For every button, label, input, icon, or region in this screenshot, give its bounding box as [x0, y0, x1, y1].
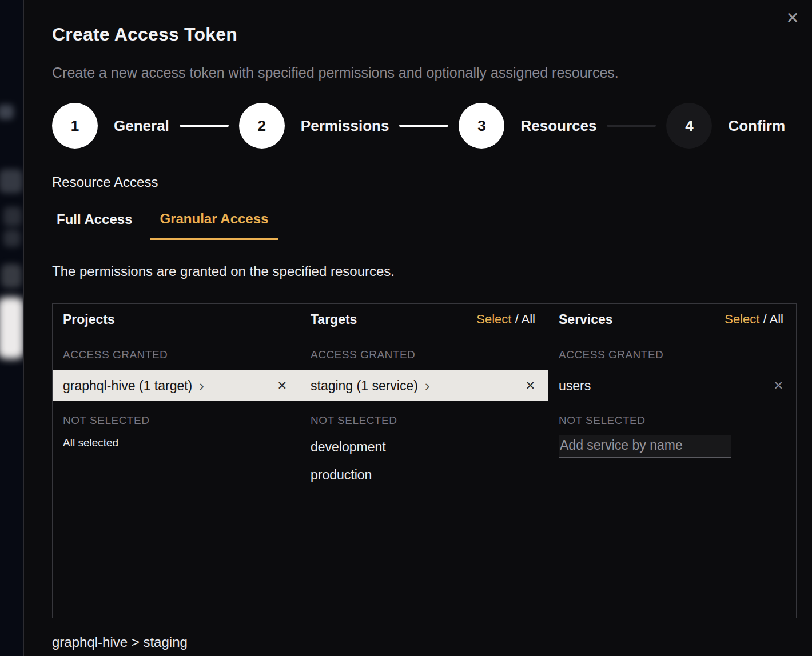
- step-number-badge: 2: [239, 103, 285, 149]
- targets-column-header: Targets Select / All: [300, 304, 548, 335]
- wizard-stepper: 1 General 2 Permissions 3 Resources 4 Co…: [52, 103, 796, 149]
- resource-selection-table: Projects ACCESS GRANTED graphql-hive (1 …: [52, 303, 797, 618]
- step-label: Permissions: [301, 117, 389, 135]
- step-connector: [180, 125, 229, 127]
- not-selected-label: NOT SELECTED: [63, 414, 289, 427]
- granular-access-description: The permissions are granted on the speci…: [52, 263, 796, 279]
- step-number-badge: 4: [666, 103, 712, 149]
- step-label: Resources: [520, 117, 596, 135]
- breadcrumb: graphql-hive > staging: [52, 634, 796, 650]
- select-all-separator: /: [511, 312, 521, 326]
- step-label: General: [114, 117, 169, 135]
- all-selected-note: All selected: [63, 437, 289, 449]
- tab-granular-access[interactable]: Granular Access: [150, 211, 279, 240]
- dialog-title: Create Access Token: [52, 24, 796, 45]
- projects-column-header: Projects: [53, 304, 300, 335]
- granted-target-row[interactable]: staging (1 service) › ✕: [300, 370, 548, 401]
- step-general[interactable]: 1 General: [52, 103, 169, 149]
- step-connector: [399, 125, 448, 127]
- access-granted-label: ACCESS GRANTED: [311, 349, 538, 361]
- chevron-right-icon[interactable]: ›: [425, 380, 430, 391]
- targets-select-all: Select / All: [476, 312, 535, 327]
- dialog-subtitle: Create a new access token with specified…: [52, 65, 796, 81]
- remove-service-icon[interactable]: ✕: [773, 379, 783, 393]
- targets-column: Targets Select / All ACCESS GRANTED stag…: [300, 304, 548, 618]
- close-icon[interactable]: ✕: [782, 8, 803, 29]
- page-backdrop: [0, 0, 23, 656]
- tab-full-access[interactable]: Full Access: [52, 211, 137, 239]
- step-connector: [607, 125, 656, 127]
- granted-project-label: graphql-hive (1 target): [63, 378, 192, 394]
- targets-select-link[interactable]: Select: [476, 312, 511, 326]
- step-number-badge: 3: [459, 103, 504, 149]
- access-granted-label: ACCESS GRANTED: [559, 349, 786, 361]
- backdrop-blur-blob: [0, 105, 14, 119]
- add-service-input[interactable]: [559, 435, 731, 458]
- granted-target-label: staging (1 service): [311, 378, 418, 394]
- step-number-badge: 1: [52, 103, 98, 149]
- remove-project-icon[interactable]: ✕: [277, 379, 287, 393]
- granted-service-label: users: [559, 378, 591, 394]
- services-column: Services Select / All ACCESS GRANTED use…: [548, 304, 796, 618]
- targets-all-link[interactable]: All: [522, 312, 535, 326]
- services-select-link[interactable]: Select: [725, 312, 759, 326]
- select-all-separator: /: [759, 312, 769, 326]
- projects-column: Projects ACCESS GRANTED graphql-hive (1 …: [53, 304, 300, 618]
- backdrop-blur-blob: [3, 230, 21, 247]
- target-option-production[interactable]: production: [311, 467, 538, 483]
- step-label: Confirm: [728, 117, 785, 135]
- backdrop-blur-blob: [0, 297, 23, 359]
- not-selected-label: NOT SELECTED: [311, 414, 538, 427]
- services-column-header: Services Select / All: [548, 304, 796, 335]
- remove-target-icon[interactable]: ✕: [525, 379, 535, 393]
- resource-access-heading: Resource Access: [52, 174, 796, 190]
- services-column-title: Services: [559, 312, 613, 327]
- create-access-token-dialog: ✕ Create Access Token Create a new acces…: [23, 0, 812, 656]
- projects-column-title: Projects: [63, 312, 115, 327]
- backdrop-blur-blob: [1, 264, 22, 288]
- granted-service-row[interactable]: users ✕: [548, 370, 796, 401]
- services-all-link[interactable]: All: [770, 312, 783, 326]
- chevron-right-icon[interactable]: ›: [199, 380, 204, 391]
- backdrop-blur-blob: [0, 169, 23, 193]
- access-granted-label: ACCESS GRANTED: [63, 349, 289, 361]
- targets-column-title: Targets: [311, 312, 357, 327]
- granted-project-row[interactable]: graphql-hive (1 target) › ✕: [53, 370, 300, 401]
- step-confirm[interactable]: 4 Confirm: [666, 103, 785, 149]
- access-mode-tabs: Full Access Granular Access: [52, 211, 797, 239]
- step-permissions[interactable]: 2 Permissions: [239, 103, 389, 149]
- step-resources[interactable]: 3 Resources: [459, 103, 596, 149]
- backdrop-blur-blob: [3, 207, 22, 226]
- target-option-development[interactable]: development: [311, 439, 538, 455]
- services-select-all: Select / All: [725, 312, 783, 327]
- not-selected-label: NOT SELECTED: [559, 414, 786, 427]
